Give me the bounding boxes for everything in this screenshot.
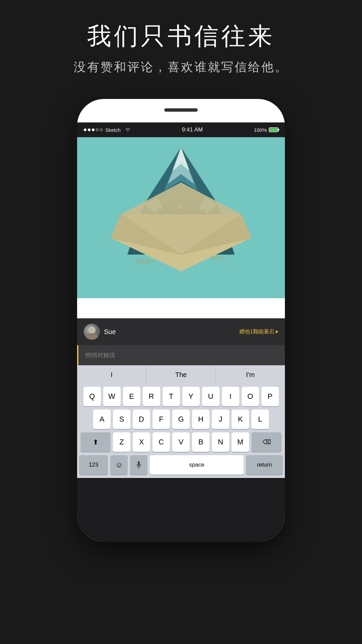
signal-dots: [84, 128, 103, 131]
sub-title: 没有赞和评论，喜欢谁就写信给他。: [0, 59, 362, 75]
key-r[interactable]: R: [143, 387, 160, 406]
carrier-name: Sketch: [105, 127, 121, 133]
keyboard-bottom-row: 123 ☺ space return: [79, 455, 283, 475]
svg-point-17: [134, 259, 154, 264]
key-c[interactable]: C: [153, 432, 170, 452]
key-s[interactable]: S: [113, 410, 130, 429]
key-n[interactable]: N: [212, 432, 229, 452]
predictive-bar: I The I'm: [77, 365, 285, 384]
key-k[interactable]: K: [232, 410, 249, 429]
key-mic[interactable]: [130, 455, 147, 475]
key-l[interactable]: L: [251, 410, 269, 429]
predictive-item-2[interactable]: The: [146, 365, 216, 384]
wifi-icon: [125, 127, 131, 133]
key-backspace[interactable]: ⌫: [251, 432, 282, 452]
envelope-image: [77, 137, 285, 298]
key-b[interactable]: B: [192, 432, 209, 452]
avatar: [84, 324, 100, 340]
key-t[interactable]: T: [163, 387, 180, 406]
battery-fill: [270, 128, 277, 131]
key-m[interactable]: M: [232, 432, 249, 452]
key-o[interactable]: O: [242, 387, 259, 406]
gift-text: 赠他1颗能量石: [239, 328, 275, 335]
keyboard-row-3: ⬆ Z X C V B N M ⌫: [79, 432, 283, 452]
key-return[interactable]: return: [246, 455, 283, 475]
svg-rect-19: [138, 461, 140, 466]
phone-container: Sketch 9:41 AM 100%: [0, 99, 362, 542]
key-j[interactable]: J: [212, 410, 229, 429]
phone-screen: Sketch 9:41 AM 100%: [77, 122, 285, 542]
key-w[interactable]: W: [103, 387, 121, 406]
avatar-inner: [84, 324, 100, 340]
svg-point-18: [209, 256, 226, 260]
keyboard-row-2: A S D F G H J K L: [79, 410, 283, 429]
key-shift[interactable]: ⬆: [80, 432, 111, 452]
keyboard: Q W E R T Y U I O P A S D F G: [77, 384, 285, 478]
key-x[interactable]: X: [133, 432, 150, 452]
key-emoji[interactable]: ☺: [110, 455, 128, 475]
key-i[interactable]: I: [222, 387, 239, 406]
key-numbers[interactable]: 123: [79, 455, 108, 475]
mountain-illustration: [77, 137, 285, 298]
predictive-item-3[interactable]: I'm: [216, 365, 285, 384]
signal-dot-2: [88, 128, 90, 131]
user-row: Sue 赠他1颗能量石: [77, 318, 285, 345]
key-u[interactable]: U: [202, 387, 220, 406]
status-time: 9:41 AM: [182, 126, 203, 133]
phone-speaker: [164, 108, 198, 112]
key-f[interactable]: F: [153, 410, 170, 429]
main-title: 我们只书信往来: [0, 20, 362, 52]
key-q[interactable]: Q: [83, 387, 101, 406]
key-e[interactable]: E: [123, 387, 140, 406]
content-card: [77, 137, 285, 318]
predictive-item-1[interactable]: I: [77, 365, 146, 384]
key-space[interactable]: space: [150, 455, 244, 475]
key-d[interactable]: D: [133, 410, 150, 429]
key-v[interactable]: V: [172, 432, 190, 452]
avatar-body: [86, 333, 98, 340]
status-left: Sketch: [84, 127, 131, 133]
battery-percentage: 100%: [254, 127, 267, 133]
key-h[interactable]: H: [192, 410, 209, 429]
signal-dot-3: [92, 128, 95, 131]
key-g[interactable]: G: [172, 410, 190, 429]
header-area: 我们只书信往来 没有赞和评论，喜欢谁就写信给他。: [0, 0, 362, 89]
gift-triangle-icon: [276, 330, 278, 333]
username: Sue: [104, 328, 116, 336]
status-right: 100%: [254, 127, 278, 133]
signal-dot-5: [100, 128, 103, 131]
key-z[interactable]: Z: [113, 432, 130, 452]
gift-button[interactable]: 赠他1颗能量石: [239, 328, 278, 335]
white-bar: [77, 298, 285, 318]
key-p[interactable]: P: [261, 387, 279, 406]
input-area[interactable]: 悄悄对她说: [77, 345, 285, 365]
phone-mockup: Sketch 9:41 AM 100%: [77, 99, 285, 542]
input-placeholder: 悄悄对她说: [85, 352, 115, 359]
battery-icon: [269, 127, 278, 132]
status-bar: Sketch 9:41 AM 100%: [77, 122, 285, 137]
key-y[interactable]: Y: [182, 387, 200, 406]
signal-dot-1: [84, 128, 86, 131]
keyboard-row-1: Q W E R T Y U I O P: [79, 387, 283, 406]
user-info: Sue: [84, 324, 116, 340]
signal-dot-4: [96, 128, 99, 131]
key-a[interactable]: A: [93, 410, 111, 429]
avatar-face: [88, 326, 96, 334]
